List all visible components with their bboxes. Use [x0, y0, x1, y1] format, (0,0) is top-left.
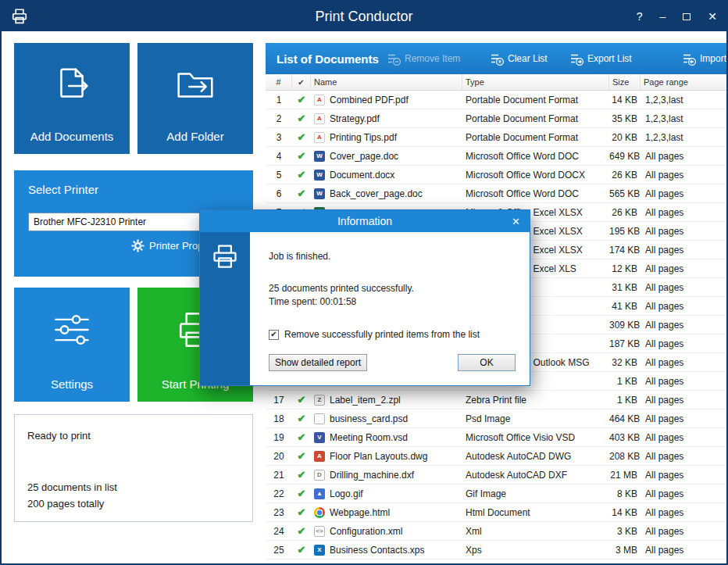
window-controls: ? – ✕ — [637, 2, 717, 31]
row-file-type: Zebra Print file — [462, 395, 609, 406]
row-number: 1 — [266, 95, 292, 105]
remove-item-button[interactable]: Remove Item — [387, 43, 460, 74]
dialog-titlebar: Information ✕ — [200, 210, 530, 232]
export-list-icon — [570, 52, 583, 66]
column-header-check[interactable]: ✔ — [292, 74, 311, 90]
add-folder-button[interactable]: Add Folder — [137, 43, 253, 154]
table-row[interactable]: 3✔APrinting Tips.pdfPortable Document Fo… — [266, 128, 728, 147]
word-file-icon: W — [314, 188, 325, 199]
row-file-size: 309 KB — [609, 320, 641, 331]
row-number: 19 — [266, 432, 292, 443]
export-list-button[interactable]: Export List — [570, 43, 632, 74]
ok-button[interactable]: OK — [458, 354, 516, 371]
table-row[interactable]: 19✔VMeeting Room.vsdMicrosoft Office Vis… — [266, 428, 728, 447]
table-row[interactable]: 20✔AFloor Plan Layouts.dwgAutodesk AutoC… — [266, 447, 728, 466]
add-documents-button[interactable]: Add Documents — [14, 43, 130, 154]
window-title: Print Conductor — [2, 2, 726, 31]
add-documents-label: Add Documents — [14, 130, 130, 143]
row-file-size: 464 KB — [609, 413, 641, 424]
xps-file-icon: X — [314, 545, 325, 556]
row-file-size: 26 KB — [609, 207, 641, 218]
table-header: # ✔ Name Type Size Page range — [266, 74, 728, 91]
row-page-range: All pages — [641, 470, 728, 481]
row-number: 18 — [266, 413, 292, 424]
row-printed-check-icon: ✔ — [292, 131, 311, 143]
row-file-size: 1 KB — [609, 395, 641, 406]
table-row[interactable]: 17✔ZLabel_item_2.zplZebra Print file1 KB… — [266, 391, 728, 409]
column-header-size[interactable]: Size — [609, 74, 641, 90]
row-printed-check-icon: ✔ — [292, 150, 311, 162]
import-list-button[interactable]: Import List — [683, 43, 728, 74]
close-button[interactable]: ✕ — [708, 11, 717, 22]
row-printed-check-icon: ✔ — [292, 544, 311, 556]
add-folder-icon — [171, 62, 219, 110]
row-printed-check-icon: ✔ — [292, 169, 311, 181]
clear-list-button[interactable]: Clear List — [491, 43, 548, 74]
table-row[interactable]: 23✔Webpage.htmlHtml Document14 KBAll pag… — [266, 503, 728, 522]
status-box: Ready to print 25 documents in list 200 … — [14, 414, 253, 522]
column-header-number[interactable]: # — [266, 74, 292, 90]
maximize-button[interactable] — [683, 11, 691, 22]
row-page-range: All pages — [641, 207, 728, 218]
maximize-icon — [683, 13, 691, 20]
table-row[interactable]: 6✔WBack_cover_page.docMicrosoft Office W… — [266, 184, 728, 203]
row-file-size: 8 KB — [609, 488, 641, 499]
row-page-range: All pages — [641, 395, 728, 406]
row-file-size: 208 KB — [609, 451, 641, 462]
table-row[interactable]: 5✔WDocument.docxMicrosoft Office Word DO… — [266, 166, 728, 184]
dxf-file-icon: D — [314, 470, 325, 481]
column-header-name[interactable]: Name — [311, 74, 462, 90]
gif-file-icon: ▲ — [314, 488, 325, 499]
row-number: 23 — [266, 507, 292, 518]
row-name-cell: AStrategy.pdf — [311, 113, 462, 124]
column-header-type[interactable]: Type — [462, 74, 609, 90]
table-row[interactable]: 18✔business_card.psdPsd Image464 KBAll p… — [266, 409, 728, 428]
status-documents-count: 25 documents in list — [27, 479, 240, 495]
row-file-type: Autodesk AutoCAD DWG — [462, 451, 609, 462]
table-row[interactable]: 25✔XBusiness Contacts.xpsXps3 MBAll page… — [266, 541, 728, 560]
table-row[interactable]: 4✔WCover_page.docMicrosoft Office Word D… — [266, 147, 728, 166]
row-file-name: Meeting Room.vsd — [330, 432, 408, 443]
column-header-page-range[interactable]: Page range — [641, 74, 728, 90]
row-printed-check-icon: ✔ — [292, 413, 311, 424]
minimize-button[interactable]: – — [659, 11, 666, 22]
row-number: 2 — [266, 113, 292, 124]
help-button[interactable]: ? — [637, 11, 643, 22]
row-page-range: All pages — [641, 545, 728, 556]
table-row[interactable]: 22✔▲Logo.gifGif Image8 KBAll pages — [266, 485, 728, 503]
add-document-icon — [48, 62, 96, 110]
show-detailed-report-button[interactable]: Show detailed report — [269, 354, 367, 371]
status-pages-count: 200 pages totally — [27, 495, 240, 512]
row-file-size: 20 KB — [609, 132, 641, 143]
dialog-close-button[interactable]: ✕ — [512, 210, 520, 232]
row-name-cell: ACombined PDF.pdf — [311, 95, 462, 105]
table-row[interactable]: 24✔<>Configuration.xmlXml3 KBAll pages — [266, 522, 728, 541]
row-number: 21 — [266, 470, 292, 481]
row-page-range: All pages — [641, 320, 728, 331]
row-page-range: All pages — [641, 507, 728, 518]
table-row[interactable]: 21✔DDrilling_machine.dxfAutodesk AutoCAD… — [266, 466, 728, 485]
row-file-name: Combined PDF.pdf — [330, 95, 409, 105]
row-name-cell: <>Configuration.xml — [311, 526, 462, 537]
row-page-range: All pages — [641, 282, 728, 293]
row-file-name: Cover_page.doc — [330, 151, 398, 162]
remove-printed-checkbox[interactable]: ✔ Remove successfully printed items from… — [269, 329, 480, 340]
row-page-range: 1,2,3,last — [641, 132, 728, 143]
xml-file-icon: <> — [314, 526, 325, 537]
remove-item-icon — [387, 52, 401, 66]
zpl-file-icon: Z — [314, 395, 325, 406]
table-row[interactable]: 2✔AStrategy.pdfPortable Document Format3… — [266, 109, 728, 128]
titlebar: Print Conductor ? – ✕ — [2, 2, 726, 31]
row-page-range: 1,2,3,last — [641, 95, 728, 105]
row-page-range: 1,2,3,last — [641, 113, 728, 124]
pdf-file-icon: A — [314, 95, 325, 105]
table-row[interactable]: 1✔ACombined PDF.pdfPortable Document For… — [266, 91, 728, 109]
row-page-range: All pages — [641, 357, 728, 368]
row-page-range: All pages — [641, 188, 728, 199]
settings-button[interactable]: Settings — [14, 288, 130, 402]
row-file-size: 14 KB — [609, 95, 641, 105]
row-printed-check-icon: ✔ — [292, 488, 311, 499]
row-name-cell: WCover_page.doc — [311, 151, 462, 162]
checkbox-icon[interactable]: ✔ — [269, 330, 279, 340]
row-page-range: All pages — [641, 413, 728, 424]
